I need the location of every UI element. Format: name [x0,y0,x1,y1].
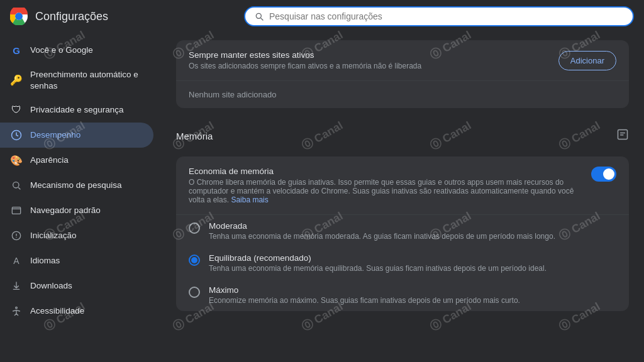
sidebar-item-label: Desempenho [30,129,80,141]
radio-balanced[interactable]: Equilibrada (recomendado) Tenha uma econ… [176,247,629,279]
radio-max-label: Máximo [209,285,520,295]
radio-moderate-label: Moderada [209,221,555,231]
sidebar-item-label: Navegador padrão [30,205,101,216]
radio-moderate-circle[interactable] [189,222,200,234]
sidebar-item-languages[interactable]: A Idiomas [0,248,153,273]
learn-more-link[interactable]: Saiba mais [231,195,268,204]
sidebar-item-label: Idiomas [30,255,60,266]
main-layout: G Você e o Google 🔑 Preenchimento automá… [0,33,644,362]
memory-saving-row: Economia de memória O Chrome libera memó… [176,156,629,215]
radio-balanced-desc: Tenha uma economia de memória equilibrad… [209,264,547,273]
svg-point-4 [13,182,19,188]
radio-max-text: Máximo Economize memória ao máximo. Suas… [209,285,520,305]
shield-icon: 🛡 [10,104,23,116]
top-bar: Configurações [0,0,644,33]
memory-saving-desc: O Chrome libera memória de guias inativa… [189,178,584,204]
sidebar-item-google[interactable]: G Você e o Google [0,38,153,63]
sidebar-item-label: Privacidade e segurança [30,104,124,116]
always-active-title: Sempre manter estes sites ativos [189,50,558,60]
key-icon: 🔑 [10,74,23,87]
startup-icon [10,229,23,242]
always-active-sites-card: Sempre manter estes sites ativos Os site… [176,40,629,108]
radio-balanced-circle[interactable] [189,255,200,266]
always-active-desc: Os sites adicionados sempre ficam ativos… [189,62,558,70]
search-engine-icon [10,179,23,192]
sidebar-item-startup[interactable]: Inicialização [0,223,153,248]
add-site-button[interactable]: Adicionar [558,51,616,70]
memory-title: Memória [176,131,213,141]
sidebar-item-label: Mecanismo de pesquisa [30,180,122,191]
memory-info-icon[interactable] [616,128,629,144]
radio-moderate-text: Moderada Tenha uma economia de memória m… [209,221,555,241]
search-bar[interactable] [244,6,634,26]
radio-max[interactable]: Máximo Economize memória ao máximo. Suas… [176,279,629,311]
sidebar-item-accessibility[interactable]: Acessibilidade [0,299,153,324]
sidebar-item-privacy[interactable]: 🛡 Privacidade e segurança [0,97,153,123]
memory-saving-text: Economia de memória O Chrome libera memó… [189,167,584,204]
memory-section-header: Memória [161,116,644,149]
sidebar-item-search-engine[interactable]: Mecanismo de pesquisa [0,173,153,198]
svg-rect-5 [12,207,20,214]
browser-icon [10,204,23,217]
sidebar-item-label: Acessibilidade [30,305,84,317]
google-icon: G [10,44,23,57]
radio-moderate[interactable]: Moderada Tenha uma economia de memória m… [176,215,629,247]
svg-point-2 [16,14,22,19]
sidebar-item-label: Aparência [30,155,69,166]
sidebar-item-label: Inicialização [30,230,77,241]
svg-rect-8 [618,130,628,140]
memory-card: Economia de memória O Chrome libera memó… [176,156,629,311]
radio-moderate-desc: Tenha uma economia de memória moderada. … [209,232,555,241]
sidebar-item-downloads[interactable]: Downloads [0,273,153,299]
content-area: Sempre manter estes sites ativos Os site… [161,33,644,362]
memory-saving-title: Economia de memória [189,167,584,176]
radio-balanced-label: Equilibrada (recomendado) [209,253,547,263]
languages-icon: A [10,255,23,267]
accessibility-icon [10,305,23,317]
sidebar-item-autofill[interactable]: 🔑 Preenchimento automático e senhas [0,63,153,97]
memory-saving-toggle[interactable] [591,167,616,182]
sidebar-item-performance[interactable]: Desempenho [0,123,153,148]
sidebar-item-default-browser[interactable]: Navegador padrão [0,198,153,223]
always-active-text: Sempre manter estes sites ativos Os site… [189,50,558,70]
search-input[interactable] [269,11,624,21]
appearance-icon: 🎨 [10,154,23,167]
no-sites-text: Nenhum site adicionado [176,81,629,108]
chrome-logo-icon [10,8,28,25]
search-icon [254,11,264,21]
radio-balanced-text: Equilibrada (recomendado) Tenha uma econ… [209,253,547,273]
sidebar-item-label: Você e o Google [30,45,93,56]
sidebar-item-appearance[interactable]: 🎨 Aparência [0,148,153,173]
download-icon [10,280,23,292]
app-title: Configurações [35,10,108,23]
sidebar-item-label: Downloads [30,280,72,292]
radio-max-circle[interactable] [189,287,200,298]
performance-icon [10,129,23,141]
sidebar-item-label: Preenchimento automático e senhas [30,69,143,91]
sidebar: G Você e o Google 🔑 Preenchimento automá… [0,33,161,362]
radio-max-desc: Economize memória ao máximo. Suas guias … [209,296,520,305]
always-active-row: Sempre manter estes sites ativos Os site… [176,40,629,81]
svg-point-7 [16,307,18,309]
